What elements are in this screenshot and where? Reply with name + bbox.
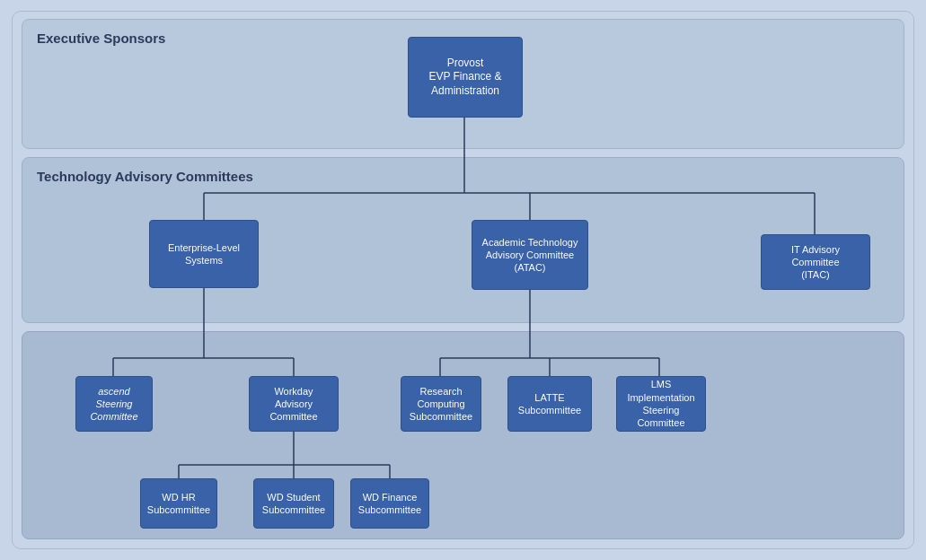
atac-label: Academic Technology Advisory Committee (… bbox=[477, 236, 583, 275]
lms-box: LMS Implementation Steering Committee bbox=[616, 376, 706, 432]
lms-label: LMS Implementation Steering Committee bbox=[622, 378, 701, 429]
diagram-wrapper: Executive Sponsors Technology Advisory C… bbox=[12, 11, 914, 549]
itac-label: IT Advisory Committee (ITAC) bbox=[766, 243, 865, 282]
wdhr-label: WD HR Subcommittee bbox=[147, 491, 210, 517]
wdfinance-box: WD Finance Subcommittee bbox=[350, 478, 429, 529]
wdhr-box: WD HR Subcommittee bbox=[140, 478, 217, 529]
itac-box: IT Advisory Committee (ITAC) bbox=[761, 234, 870, 290]
enterprise-box: Enterprise-Level Systems bbox=[149, 220, 259, 288]
enterprise-label: Enterprise-Level Systems bbox=[154, 241, 253, 267]
latte-label: LATTE Subcommittee bbox=[518, 391, 581, 417]
latte-box: LATTE Subcommittee bbox=[507, 376, 592, 432]
tech-label: Technology Advisory Committees bbox=[37, 169, 253, 184]
research-box: Research Computing Subcommittee bbox=[401, 376, 481, 432]
exec-label: Executive Sponsors bbox=[37, 31, 165, 46]
research-label: Research Computing Subcommittee bbox=[410, 385, 472, 424]
provost-label: Provost EVP Finance & Administration bbox=[428, 57, 501, 99]
provost-box: Provost EVP Finance & Administration bbox=[408, 37, 523, 118]
ascend-label: ascend Steering Committee bbox=[90, 385, 137, 424]
ascend-box: ascend Steering Committee bbox=[75, 376, 153, 432]
workday-label: Workday Advisory Committee bbox=[269, 385, 317, 424]
wdstudent-label: WD Student Subcommittee bbox=[262, 491, 325, 517]
wdfinance-label: WD Finance Subcommittee bbox=[358, 491, 421, 517]
atac-box: Academic Technology Advisory Committee (… bbox=[472, 220, 588, 290]
wdstudent-box: WD Student Subcommittee bbox=[253, 478, 334, 529]
workday-box: Workday Advisory Committee bbox=[249, 376, 339, 432]
